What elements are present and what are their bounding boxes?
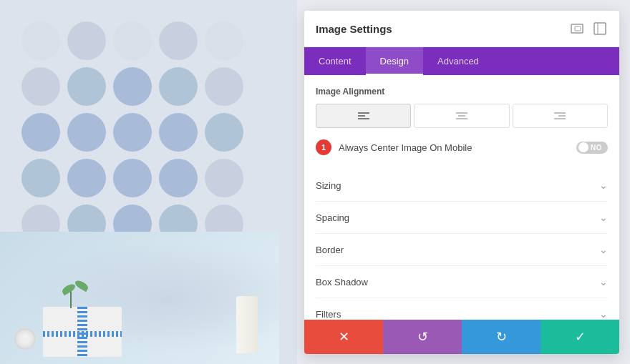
alignment-label: Image Alignment [316,87,608,97]
svg-rect-1 [575,26,581,31]
redo-button[interactable]: ↻ [462,320,541,354]
accordion-border: Border ⌄ [316,234,608,266]
circle [205,159,243,197]
cancel-button[interactable]: ✕ [304,320,383,354]
circle [113,159,152,197]
chevron-down-icon: ⌄ [599,212,608,223]
circle [159,67,198,106]
circle [159,113,198,152]
spacing-header[interactable]: Spacing ⌄ [316,202,608,233]
responsive-icon[interactable] [569,21,585,36]
seashell-decoration [14,328,36,350]
header-icons [569,21,608,36]
accordion-spacing: Spacing ⌄ [316,202,608,234]
circle [205,67,243,106]
circle [113,21,152,60]
sizing-header[interactable]: Sizing ⌄ [316,169,608,201]
save-button[interactable]: ✓ [541,320,619,354]
circle [21,113,60,152]
circle [21,21,60,60]
filters-header[interactable]: Filters ⌄ [316,298,608,320]
circles-grid [21,21,243,243]
spacing-title: Spacing [316,212,349,223]
circle [67,67,106,106]
tab-advanced[interactable]: Advanced [423,47,493,75]
center-mobile-toggle[interactable]: NO [576,142,608,154]
reset-button[interactable]: ↺ [383,320,462,354]
accordion: Sizing ⌄ Spacing ⌄ Border ⌄ Box Shadow [316,169,608,320]
circle [113,67,152,106]
step-badge: 1 [316,139,331,155]
align-center-button[interactable] [414,104,509,128]
tabs-bar: Content Design Advanced [304,47,619,75]
gift-box-decoration [43,292,129,357]
circle [113,113,152,152]
border-title: Border [316,245,344,255]
circle [67,159,106,197]
circle [67,113,106,152]
accordion-filters: Filters ⌄ [316,298,608,320]
tab-design[interactable]: Design [366,47,423,75]
chevron-down-icon: ⌄ [599,179,608,191]
center-mobile-label: Always Center Image On Mobile [339,142,569,153]
accordion-sizing: Sizing ⌄ [316,169,608,202]
panel-title: Image Settings [316,23,392,35]
sizing-title: Sizing [316,180,341,191]
bottle-decoration [236,296,258,353]
border-header[interactable]: Border ⌄ [316,234,608,265]
align-left-button[interactable] [316,104,411,128]
photo-area [0,232,279,364]
panel-footer: ✕ ↺ ↻ ✓ [304,320,619,354]
chevron-down-icon: ⌄ [599,244,608,255]
panel-header: Image Settings [304,11,619,47]
align-right-button[interactable] [513,104,608,128]
settings-panel: Image Settings Content Design [304,11,619,354]
tab-content[interactable]: Content [304,47,366,75]
chevron-down-icon: ⌄ [599,308,608,320]
expand-icon[interactable] [592,21,608,36]
circle [159,159,198,197]
circle [21,159,60,197]
circle [21,67,60,106]
svg-rect-2 [594,23,606,34]
circle [205,113,243,152]
left-background [0,0,297,364]
circle [205,21,243,60]
circle [159,21,198,60]
accordion-box-shadow: Box Shadow ⌄ [316,266,608,298]
box-shadow-header[interactable]: Box Shadow ⌄ [316,266,608,297]
box-shadow-title: Box Shadow [316,277,368,287]
center-mobile-row: 1 Always Center Image On Mobile NO [316,139,608,155]
alignment-row [316,104,608,128]
circle [67,21,106,60]
svg-rect-0 [571,24,583,33]
chevron-down-icon: ⌄ [599,276,608,287]
panel-content: Image Alignment [304,75,619,320]
filters-title: Filters [316,309,341,320]
